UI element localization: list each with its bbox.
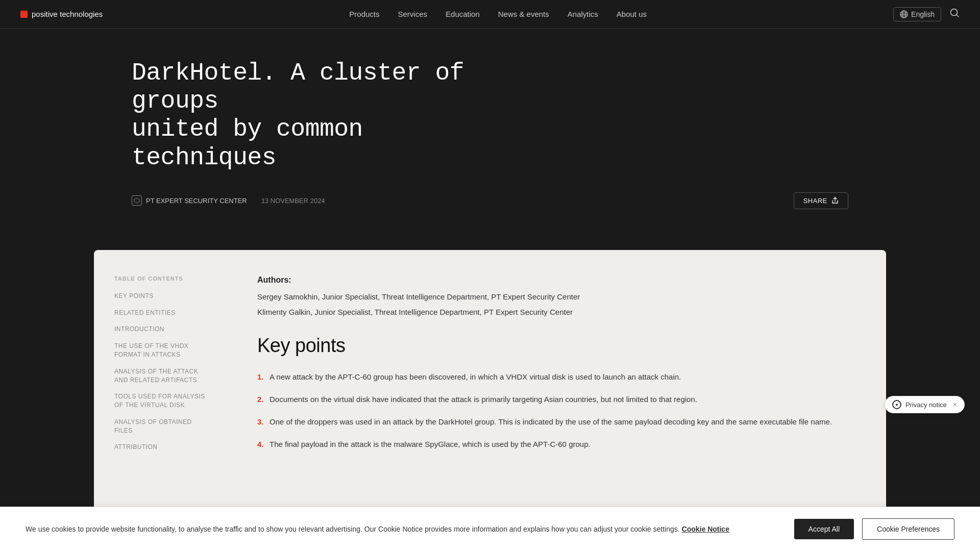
hero-meta: PT EXPERT SECURITY CENTER 13 NOVEMBER 20… <box>132 192 848 209</box>
authors-label: Authors: <box>257 276 845 285</box>
svg-line-6 <box>957 15 959 17</box>
point-text-1: A new attack by the APT-C-60 group has b… <box>270 371 681 383</box>
search-button[interactable] <box>949 8 960 20</box>
author-org: PT EXPERT SECURITY CENTER <box>146 197 247 205</box>
nav-analytics[interactable]: Analytics <box>568 10 598 18</box>
main-content: TABLE OF CONTENTS KEY POINTS RELATED ENT… <box>94 250 886 551</box>
key-points-title: Key points <box>257 335 845 357</box>
author-2: Klimenty Galkin, Junior Specialist, Thre… <box>257 306 845 318</box>
nav-education[interactable]: Education <box>446 10 480 18</box>
accept-all-button[interactable]: Accept All <box>794 519 854 539</box>
point-text-4: The final payload in the attack is the m… <box>270 438 591 450</box>
privacy-notice-icon: ● <box>892 400 901 409</box>
toc-item-introduction[interactable]: INTRODUCTION <box>114 325 211 334</box>
nav-news-events[interactable]: News & events <box>498 10 549 18</box>
cookie-text: We use cookies to provide website functi… <box>26 524 740 535</box>
cookie-preferences-button[interactable]: Cookie Preferences <box>862 518 954 540</box>
point-num-3: 3. <box>257 416 264 428</box>
toc-item-vhdx[interactable]: THE USE OF THE VHDX FORMAT IN ATTACKS <box>114 342 211 359</box>
lang-label: English <box>911 10 935 18</box>
key-point-3: 3. One of the droppers was used in an at… <box>257 416 845 428</box>
cookie-notice-link[interactable]: Cookie Notice <box>682 525 729 533</box>
key-point-2: 2. Documents on the virtual disk have in… <box>257 393 845 406</box>
nav-about[interactable]: About us <box>617 10 647 18</box>
toc-item-related-entities[interactable]: RELATED ENTITIES <box>114 309 211 317</box>
key-point-1: 1. A new attack by the APT-C-60 group ha… <box>257 371 845 383</box>
cookie-actions: Accept All Cookie Preferences <box>794 518 954 540</box>
privacy-notice-label: Privacy notice <box>905 401 947 409</box>
globe-icon <box>900 10 908 18</box>
author-1: Sergey Samokhin, Junior Specialist, Thre… <box>257 291 845 303</box>
navbar-right: English <box>893 7 960 21</box>
hero-section: DarkHotel. A cluster of groups united by… <box>0 29 980 250</box>
logo-text[interactable]: positive technologies <box>32 10 103 18</box>
nav-menu: Products Services Education News & event… <box>349 10 647 18</box>
share-button[interactable]: SHARE <box>794 192 848 209</box>
language-selector[interactable]: English <box>893 7 941 21</box>
author-org-icon <box>132 195 142 206</box>
hero-title: DarkHotel. A cluster of groups united by… <box>132 59 499 172</box>
logo-area: positive technologies <box>20 10 103 18</box>
logo-square-icon <box>20 11 28 18</box>
cookie-banner: We use cookies to provide website functi… <box>0 507 980 551</box>
toc-item-obtained-files[interactable]: ANALYSIS OF OBTAINED FILES <box>114 418 211 435</box>
authors-text: Sergey Samokhin, Junior Specialist, Thre… <box>257 291 845 318</box>
share-icon <box>831 197 839 204</box>
privacy-notice-close-icon[interactable]: × <box>953 400 957 409</box>
search-icon <box>949 8 960 18</box>
point-text-3: One of the droppers was used in an attac… <box>270 416 832 428</box>
hero-meta-left: PT EXPERT SECURITY CENTER 13 NOVEMBER 20… <box>132 195 325 206</box>
toc-item-analysis-attack[interactable]: ANALYSIS OF THE ATTACK AND RELATED ARTIF… <box>114 367 211 385</box>
toc-item-tools[interactable]: TOOLS USED FOR ANALYSIS OF THE VIRTUAL D… <box>114 392 211 410</box>
point-num-1: 1. <box>257 371 264 383</box>
privacy-notice-badge[interactable]: ● Privacy notice × <box>885 396 965 413</box>
nav-services[interactable]: Services <box>398 10 428 18</box>
toc-item-key-points[interactable]: KEY POINTS <box>114 292 211 300</box>
nav-products[interactable]: Products <box>349 10 379 18</box>
toc-heading: TABLE OF CONTENTS <box>114 276 211 282</box>
hero-date: 13 NOVEMBER 2024 <box>261 197 325 205</box>
author-badge: PT EXPERT SECURITY CENTER <box>132 195 247 206</box>
point-num-4: 4. <box>257 438 264 450</box>
key-point-4: 4. The final payload in the attack is th… <box>257 438 845 450</box>
navbar: positive technologies Products Services … <box>0 0 980 29</box>
point-num-2: 2. <box>257 393 264 406</box>
point-text-2: Documents on the virtual disk have indic… <box>270 393 697 406</box>
toc-item-attribution[interactable]: ATTRIBUTION <box>114 443 211 450</box>
